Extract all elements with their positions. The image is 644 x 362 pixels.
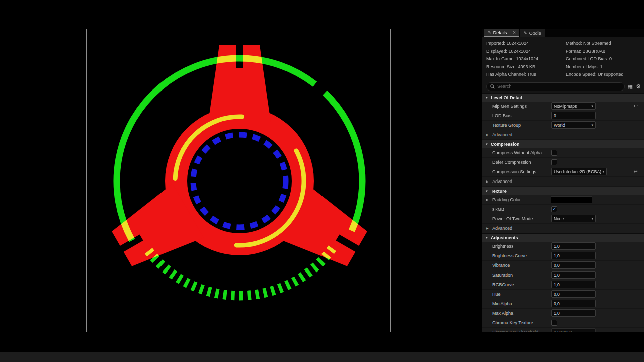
property-row: Hue0,0	[482, 290, 644, 299]
dropdown-compression-settings[interactable]: UserInterface2D (RGBA)▾	[551, 168, 607, 175]
chevron-down-icon: ▾	[591, 123, 593, 127]
property-label: Chroma Key Texture	[482, 320, 551, 325]
input-brightness[interactable]: 1,0	[551, 242, 596, 250]
dropdown-value: None	[554, 216, 564, 221]
search-box[interactable]	[486, 82, 625, 91]
property-value: 0,0	[551, 290, 644, 298]
search-input[interactable]	[497, 84, 621, 89]
reset-icon[interactable]: ↩	[634, 103, 638, 109]
section-title: Texture	[491, 189, 507, 194]
reset-icon[interactable]: ↩	[634, 169, 638, 174]
input-vibrance[interactable]: 0,0	[551, 261, 596, 269]
property-label: LOD Bias	[482, 113, 551, 118]
advanced-label: Advanced	[489, 226, 512, 231]
property-label: Saturation	[482, 273, 551, 278]
property-label: RGBCurve	[482, 282, 551, 287]
section-header-level-of-detail[interactable]: ▼Level Of Detail	[482, 93, 644, 102]
property-value	[551, 320, 644, 326]
property-row[interactable]: ▶Advanced	[482, 224, 644, 233]
section-header-compression[interactable]: ▼Compression	[482, 140, 644, 148]
property-label: Compress Without Alpha	[482, 150, 551, 155]
checkbox-defer-compression[interactable]	[551, 159, 557, 165]
bottom-tick-arc	[147, 248, 333, 296]
section-title: Adjustments	[491, 235, 518, 240]
property-value: 1,0	[551, 252, 644, 259]
dropdown-mip-gen-settings[interactable]: NoMipmaps▾	[551, 102, 596, 110]
property-value: World▾	[551, 121, 644, 129]
input-rgbcurve[interactable]: 1,0	[551, 281, 596, 288]
property-value	[551, 150, 644, 156]
property-row: Saturation1,0	[482, 270, 644, 280]
texture-preview-viewport[interactable]	[86, 29, 391, 332]
chevron-down-icon: ▾	[591, 217, 593, 221]
property-value: ✓	[551, 206, 644, 212]
property-value: 0	[551, 112, 644, 119]
property-label: Min Alpha	[482, 301, 551, 306]
info-text: Has Alpha Channel: True	[486, 71, 566, 79]
property-value: None▾	[551, 215, 644, 222]
settings-gear-icon[interactable]: ⚙	[636, 84, 641, 89]
info-text: Imported: 1024x1024	[486, 40, 566, 48]
property-value: NoMipmaps▾	[551, 102, 644, 110]
tab-oodle[interactable]: ✎Oodle	[520, 29, 545, 37]
section-expander-icon: ▼	[485, 96, 488, 99]
input-saturation[interactable]: 1,0	[551, 271, 596, 279]
input-chroma-key-threshold[interactable]: 0,003922	[551, 328, 596, 332]
red-reticle-layer	[106, 45, 373, 276]
property-label: Vibrance	[482, 263, 551, 268]
texture-preview	[87, 29, 390, 332]
section-header-adjustments[interactable]: ▼Adjustments	[482, 233, 644, 242]
texture-info-grid: Imported: 1024x1024Method: Not StreamedD…	[482, 37, 644, 80]
property-row[interactable]: ▶Advanced	[482, 130, 644, 140]
info-text: Resource Size: 4096 KB	[486, 63, 566, 71]
checkbox-srgb[interactable]: ✓	[551, 206, 557, 212]
row-expander-icon[interactable]: ▶	[482, 198, 489, 201]
texture-editor-window: ✎Details×✎Oodle Imported: 1024x1024Metho…	[0, 0, 644, 362]
property-label: Brightness Curve	[482, 253, 551, 258]
property-row: Min Alpha0,0	[482, 299, 644, 309]
advanced-expander-icon: ▶	[482, 179, 489, 183]
property-value: 0,0	[551, 300, 644, 307]
property-row: Mip Gen SettingsNoMipmaps▾↩	[482, 102, 644, 111]
property-row: Brightness Curve1,0	[482, 251, 644, 261]
dropdown-texture-group[interactable]: World▾	[551, 121, 596, 129]
property-sections: ▼Level Of DetailMip Gen SettingsNoMipmap…	[482, 93, 644, 332]
property-row: Chroma Key Threshold0,003922	[482, 328, 644, 332]
chevron-down-icon: ▾	[591, 104, 593, 108]
property-label: Hue	[482, 292, 551, 297]
input-brightness-curve[interactable]: 1,0	[551, 252, 596, 259]
chevron-down-icon: ▾	[602, 170, 604, 174]
view-options-icon[interactable]: ▦	[628, 84, 633, 89]
dropdown-value: UserInterface2D (RGBA)	[554, 169, 601, 174]
color-swatch-padding-color[interactable]	[551, 197, 592, 203]
property-value: 1,0	[551, 271, 644, 279]
property-row: Defer Compression	[482, 158, 644, 167]
property-label: Mip Gen Settings	[482, 104, 551, 109]
advanced-label: Advanced	[489, 132, 512, 137]
dropdown-value: World	[554, 123, 565, 128]
property-value: UserInterface2D (RGBA)▾	[551, 168, 644, 175]
close-icon[interactable]: ×	[513, 30, 516, 35]
property-row[interactable]: ▶Advanced	[482, 177, 644, 187]
advanced-expander-icon: ▶	[482, 133, 489, 136]
property-row: Vibrance0,0	[482, 261, 644, 270]
input-max-alpha[interactable]: 1,0	[551, 309, 596, 317]
property-row: Max Alpha1,0	[482, 309, 644, 318]
property-label: Brightness	[482, 244, 551, 249]
search-row: ▦ ⚙	[482, 80, 644, 93]
info-text: Combined LOD Bias: 0	[566, 55, 644, 63]
dropdown-power-of-two-mode[interactable]: None▾	[551, 215, 596, 222]
checkbox-compress-without-alpha[interactable]	[551, 150, 557, 156]
section-expander-icon: ▼	[485, 143, 488, 146]
section-header-texture[interactable]: ▼Texture	[482, 187, 644, 195]
checkbox-chroma-key-texture[interactable]	[551, 320, 557, 326]
input-hue[interactable]: 0,0	[551, 290, 596, 298]
input-min-alpha[interactable]: 0,0	[551, 300, 596, 307]
tab-details[interactable]: ✎Details×	[484, 29, 519, 37]
property-value: 1,0	[551, 281, 644, 288]
property-label: Power Of Two Mode	[482, 216, 551, 221]
advanced-label: Advanced	[489, 179, 512, 184]
info-text: Max In-Game: 1024x1024	[486, 55, 566, 63]
input-lod-bias[interactable]: 0	[551, 112, 596, 119]
advanced-expander-icon: ▶	[482, 226, 489, 230]
